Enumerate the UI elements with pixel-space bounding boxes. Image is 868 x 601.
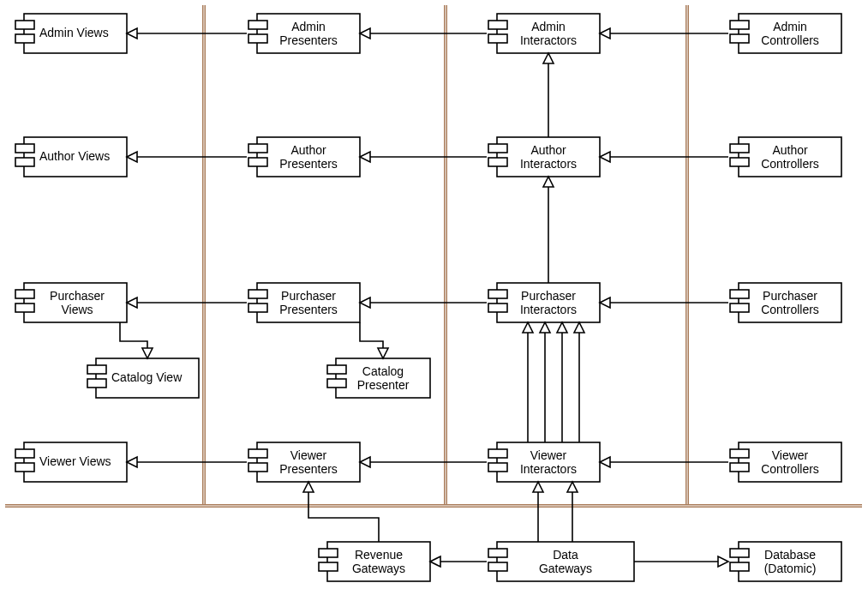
- svg-rect-15: [488, 21, 507, 29]
- svg-rect-43: [730, 304, 749, 312]
- svg-rect-16: [488, 34, 507, 43]
- svg-rect-48: [327, 365, 346, 374]
- svg-marker-96: [378, 348, 388, 358]
- svg-rect-55: [248, 463, 267, 472]
- label-l2: Presenters: [279, 303, 338, 316]
- svg-rect-57: [488, 449, 507, 458]
- svg-rect-67: [488, 562, 507, 571]
- svg-rect-58: [488, 463, 507, 472]
- svg-rect-63: [319, 549, 338, 557]
- component-purchaser-interactors: Purchaser Interactors: [488, 283, 600, 322]
- svg-marker-106: [557, 322, 567, 333]
- label-l1: Purchaser: [763, 289, 817, 303]
- svg-marker-76: [600, 28, 610, 39]
- label: Admin Views: [39, 26, 109, 39]
- svg-rect-46: [87, 379, 106, 388]
- label-l1: Admin: [531, 20, 566, 33]
- label-l2: Gateways: [352, 562, 405, 575]
- label: Catalog View: [111, 370, 183, 384]
- svg-rect-54: [248, 449, 267, 458]
- label-l1: Purchaser: [281, 289, 336, 303]
- component-admin-presenters: Admin Presenters: [248, 14, 360, 53]
- component-purchaser-views: Purchaser Views: [15, 283, 127, 322]
- component-author-interactors: Author Interactors: [488, 137, 600, 177]
- svg-rect-64: [319, 562, 338, 571]
- label-l2: Presenters: [279, 33, 338, 47]
- label-l1: Viewer: [290, 448, 327, 462]
- svg-marker-92: [360, 457, 370, 467]
- svg-rect-28: [488, 158, 507, 166]
- label-l2: Interactors: [520, 33, 577, 47]
- label-l1: Revenue: [355, 548, 403, 562]
- svg-rect-24: [248, 144, 267, 153]
- svg-marker-88: [600, 297, 610, 308]
- label-l2: Controllers: [761, 303, 819, 316]
- svg-rect-37: [248, 304, 267, 312]
- svg-rect-52: [15, 463, 34, 472]
- svg-rect-60: [730, 449, 749, 458]
- svg-rect-22: [15, 158, 34, 166]
- svg-rect-13: [248, 34, 267, 43]
- component-data-gateways: Data Gateways: [488, 542, 634, 581]
- svg-rect-70: [730, 562, 749, 571]
- svg-marker-115: [718, 556, 728, 567]
- svg-marker-84: [127, 297, 137, 308]
- component-purchaser-presenters: Purchaser Presenters: [248, 283, 360, 322]
- label-l1: Viewer: [530, 448, 567, 462]
- component-admin-controllers: Admin Controllers: [730, 14, 841, 53]
- svg-rect-49: [327, 379, 346, 388]
- svg-rect-27: [488, 144, 507, 153]
- label-l2: (Datomic): [764, 562, 817, 575]
- svg-marker-74: [360, 28, 370, 39]
- svg-rect-19: [730, 34, 749, 43]
- arrows: [120, 28, 728, 567]
- svg-marker-104: [540, 322, 550, 333]
- component-viewer-interactors: Viewer Interactors: [488, 442, 600, 482]
- svg-marker-80: [360, 152, 370, 162]
- label-l2: Controllers: [761, 462, 819, 476]
- component-catalog-view: Catalog View: [87, 358, 199, 398]
- label-l2: Controllers: [761, 33, 819, 47]
- svg-marker-78: [127, 152, 137, 162]
- label-l2: Presenters: [279, 462, 338, 476]
- label-l2: Interactors: [520, 462, 577, 476]
- component-database: Database (Datomic): [730, 542, 841, 581]
- svg-marker-109: [303, 482, 314, 492]
- svg-rect-40: [488, 304, 507, 312]
- component-author-presenters: Author Presenters: [248, 137, 360, 177]
- label-l1: Data: [553, 548, 578, 562]
- label-l1: Author: [530, 143, 566, 157]
- svg-rect-45: [87, 365, 106, 374]
- svg-marker-90: [127, 457, 137, 467]
- svg-rect-36: [248, 290, 267, 298]
- component-admin-views: Admin Views: [15, 14, 127, 53]
- svg-rect-33: [15, 290, 34, 298]
- svg-rect-25: [248, 158, 267, 166]
- svg-rect-34: [15, 304, 34, 312]
- svg-marker-100: [543, 177, 554, 187]
- component-author-views: Author Views: [15, 137, 127, 177]
- label-l1: Viewer: [772, 448, 809, 462]
- label: Viewer Views: [39, 454, 111, 468]
- svg-marker-95: [142, 348, 153, 358]
- svg-rect-31: [730, 158, 749, 166]
- svg-rect-30: [730, 144, 749, 153]
- svg-marker-94: [600, 457, 610, 467]
- svg-marker-111: [533, 482, 543, 492]
- label-l1: Database: [764, 548, 816, 562]
- svg-rect-61: [730, 463, 749, 472]
- label-l2: Presenters: [279, 157, 338, 171]
- label-l2: Controllers: [761, 157, 819, 171]
- svg-marker-72: [127, 28, 137, 39]
- component-revenue-gateways: Revenue Gateways: [319, 542, 430, 581]
- component-author-controllers: Author Controllers: [730, 137, 841, 177]
- label-l2: Interactors: [520, 157, 577, 171]
- component-admin-interactors: Admin Interactors: [488, 14, 600, 53]
- svg-rect-69: [730, 549, 749, 557]
- svg-rect-21: [15, 144, 34, 153]
- svg-marker-102: [523, 322, 533, 333]
- label-l1: Author: [772, 143, 808, 157]
- label-l1: Catalog: [362, 364, 404, 378]
- svg-rect-12: [248, 21, 267, 29]
- svg-rect-39: [488, 290, 507, 298]
